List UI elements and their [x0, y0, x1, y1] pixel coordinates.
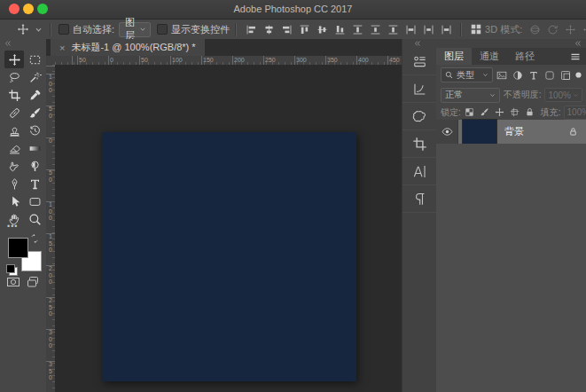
fill-label: 填充: — [541, 106, 561, 119]
chevron-down-icon — [139, 26, 146, 33]
document-tab[interactable]: × 未标题-1 @ 100%(RGB/8*) * — [51, 39, 205, 56]
show-transform-checkbox[interactable] — [157, 24, 168, 35]
dock-collapse-icon[interactable] — [414, 40, 421, 47]
libraries-panel-icon[interactable] — [402, 103, 436, 130]
marquee-tool[interactable] — [25, 51, 44, 68]
align-center-v-icon[interactable] — [315, 22, 329, 36]
dodge-tool[interactable] — [25, 157, 44, 175]
ruler-number: 250 — [265, 57, 276, 63]
search-icon — [445, 71, 453, 79]
tool-options-bar: 自动选择: 图层 显示变换控件 3D 模式: — [0, 20, 586, 40]
divider — [460, 23, 462, 36]
shape-tool[interactable] — [25, 192, 44, 210]
distribute-center-v-icon[interactable] — [368, 22, 382, 36]
dolly-3d-icon — [581, 22, 586, 36]
type-filter-icon[interactable] — [527, 69, 540, 82]
eyedropper-tool[interactable] — [25, 86, 44, 104]
lock-artboard-icon[interactable] — [509, 106, 520, 118]
quick-mask-button[interactable] — [6, 275, 20, 289]
ruler-number: 400 — [358, 57, 369, 63]
ruler-number: 1 0 0 — [47, 74, 54, 94]
lock-position-icon[interactable] — [494, 106, 505, 118]
layer-visibility-eye-icon[interactable] — [436, 120, 458, 144]
foreground-color-swatch[interactable] — [8, 238, 28, 258]
layer-thumbnail[interactable] — [462, 119, 497, 145]
screen-mode-button[interactable] — [26, 275, 40, 289]
ruler-number: 300 — [296, 57, 307, 63]
crop-tool[interactable] — [4, 86, 24, 104]
brush-tool[interactable] — [25, 104, 44, 122]
align-left-icon[interactable] — [244, 22, 258, 36]
distribute-right-icon[interactable] — [439, 22, 453, 36]
tool-preset-chevron-icon[interactable] — [34, 22, 43, 36]
show-transform-label: 显示变换控件 — [171, 23, 230, 36]
ruler-number: 1 5 0 — [47, 233, 54, 254]
auto-select-dropdown[interactable]: 图层 — [119, 22, 151, 37]
layer-lock-icon[interactable] — [568, 127, 578, 137]
properties-panel-icon[interactable] — [402, 75, 436, 103]
move-tool[interactable] — [4, 51, 24, 68]
align-top-icon[interactable] — [297, 22, 311, 36]
align-center-h-icon[interactable] — [262, 22, 276, 36]
edit-toolbar-button[interactable]: ••• — [7, 222, 18, 231]
align-right-icon[interactable] — [279, 22, 293, 36]
fill-value: 100% — [564, 106, 586, 120]
clone-stamp-tool[interactable] — [4, 122, 24, 139]
distribute-top-icon[interactable] — [350, 22, 364, 36]
healing-brush-tool[interactable] — [4, 104, 24, 122]
panel-tab-图层[interactable]: 图层 — [436, 48, 472, 65]
lock-all-icon[interactable] — [524, 106, 535, 118]
distribute-left-icon[interactable] — [403, 22, 418, 36]
auto-select-checkbox[interactable] — [59, 24, 69, 35]
ruler-number: 5 0 — [47, 169, 54, 183]
move-tool-icon[interactable] — [16, 22, 30, 36]
layer-body[interactable]: 背景 — [458, 120, 586, 144]
toolbar-collapse-icon[interactable] — [4, 40, 12, 47]
filter-toggle[interactable] — [574, 71, 582, 79]
smart-object-filter-icon[interactable] — [559, 69, 572, 82]
divider — [235, 23, 237, 36]
panel-tab-通道[interactable]: 通道 — [472, 48, 507, 65]
gradient-tool[interactable] — [25, 139, 44, 157]
layer-row[interactable]: 背景 — [436, 120, 586, 144]
blend-mode-row: 正常 不透明度: 100% — [436, 85, 586, 105]
ruler-number: 200 — [234, 57, 245, 63]
align-bottom-icon[interactable] — [332, 22, 347, 36]
lasso-tool[interactable] — [4, 68, 24, 86]
paragraph-panel-icon[interactable] — [402, 185, 436, 213]
filter-icons-group — [496, 69, 572, 82]
panel-tab-路径[interactable]: 路径 — [507, 48, 543, 65]
device-preview-panel-icon[interactable] — [402, 48, 436, 75]
lock-row: 锁定: 填充: 100% — [436, 105, 586, 120]
adjustment-filter-icon[interactable] — [512, 69, 524, 82]
swap-colors-icon[interactable] — [29, 233, 40, 244]
filter-kind-dropdown[interactable]: 类型 — [441, 67, 493, 82]
lock-pixels-icon[interactable] — [479, 106, 490, 118]
character-panel-icon[interactable] — [402, 158, 436, 185]
pen-tool[interactable] — [4, 175, 24, 192]
shape-filter-icon[interactable] — [543, 69, 556, 82]
lock-transparency-icon[interactable] — [464, 106, 475, 118]
eraser-tool[interactable] — [4, 139, 24, 157]
auto-align-icon[interactable] — [469, 22, 483, 36]
type-tool[interactable] — [25, 175, 44, 192]
adjustments-panel-icon[interactable] — [402, 130, 436, 158]
magic-wand-tool[interactable] — [25, 68, 44, 86]
distribute-bottom-icon[interactable] — [386, 22, 400, 36]
canvas[interactable] — [102, 132, 356, 381]
ruler-number: 2 5 0 — [47, 297, 54, 318]
ruler-number: 3 0 0 — [47, 329, 54, 349]
ruler-number: 100 — [172, 57, 183, 63]
close-document-icon[interactable]: × — [59, 43, 65, 53]
blend-mode-dropdown[interactable]: 正常 — [441, 88, 500, 103]
pixel-filter-icon[interactable] — [496, 69, 508, 82]
panel-menu-icon[interactable] — [570, 51, 581, 62]
panel-collapse-icon[interactable] — [574, 40, 582, 47]
history-brush-tool[interactable] — [25, 122, 44, 139]
pan-3d-icon — [563, 22, 577, 36]
path-select-tool[interactable] — [4, 192, 24, 210]
distribute-center-h-icon[interactable] — [421, 22, 435, 36]
zoom-tool[interactable] — [25, 210, 44, 228]
pasteboard — [55, 65, 402, 392]
smudge-tool[interactable] — [4, 157, 24, 175]
